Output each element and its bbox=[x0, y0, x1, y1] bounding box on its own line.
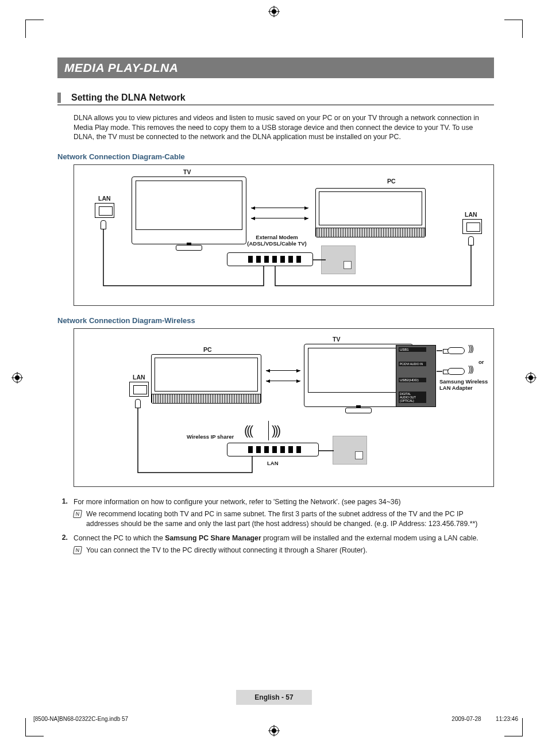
port-label: PC/DVI AUDIO IN bbox=[399, 362, 426, 366]
lan-label: LAN bbox=[133, 374, 145, 381]
wireless-waves-icon: ))) bbox=[468, 344, 473, 353]
antenna-icon bbox=[268, 421, 269, 440]
tv-label: TV bbox=[333, 336, 340, 343]
pc-label: PC bbox=[387, 178, 396, 185]
wireless-waves-icon: ))) bbox=[272, 423, 279, 438]
crop-mark bbox=[25, 20, 44, 20]
lan-port-icon bbox=[462, 219, 482, 234]
cable-stub-icon bbox=[468, 236, 474, 245]
crop-mark bbox=[25, 736, 44, 736]
section-title: Setting the DLNA Network bbox=[71, 93, 186, 103]
footer-filename: [8500-NA]BN68-02322C-Eng.indb 57 bbox=[33, 716, 128, 722]
step-number: 1. bbox=[57, 497, 74, 529]
note-text: We recommend locating both TV and PC in … bbox=[86, 509, 494, 529]
lan-port-icon bbox=[95, 203, 114, 218]
tv-device-icon bbox=[132, 176, 246, 244]
heading-accent-bar bbox=[57, 93, 61, 103]
modem-label: External Modem (ADSL/VDSL/Cable TV) bbox=[234, 234, 320, 247]
lan-label-left: LAN bbox=[98, 195, 111, 202]
list-item: 1. For more information on how to config… bbox=[57, 497, 494, 529]
registration-mark-icon bbox=[268, 725, 280, 736]
note-icon: N bbox=[73, 510, 82, 518]
wireless-waves-icon: ))) bbox=[468, 364, 473, 374]
usb-dongle-icon bbox=[447, 347, 465, 354]
or-label: or bbox=[478, 359, 484, 365]
arrow-bidir-icon bbox=[251, 218, 308, 218]
tv-back-panel-icon: USB1 PC/DVI AUDIO IN USB2(HDD) DIGITAL A… bbox=[396, 345, 436, 407]
crop-mark bbox=[504, 736, 523, 736]
page-footer: English - 57 bbox=[0, 689, 548, 706]
crop-mark bbox=[522, 718, 523, 736]
diagram-wireless: PC LAN TV USB1 PC/DVI AUDIO IN USB2(HDD)… bbox=[74, 328, 494, 487]
list-item: 2. Connect the PC to which the Samsung P… bbox=[57, 534, 494, 555]
wall-jack-icon bbox=[333, 436, 367, 465]
wireless-waves-icon: ((( bbox=[244, 423, 252, 438]
lan-label-bottom: LAN bbox=[267, 460, 279, 466]
lan-port-icon bbox=[129, 382, 149, 397]
port-label: USB2(HDD) bbox=[399, 378, 426, 382]
router-device-icon bbox=[227, 443, 319, 456]
diagram-cable: TV LAN PC LAN External Modem (ADSL/VDSL/… bbox=[74, 164, 494, 306]
section-heading: Setting the DLNA Network bbox=[57, 93, 494, 105]
pc-device-icon bbox=[315, 188, 426, 237]
step-text: For more information on how to configure… bbox=[74, 497, 494, 507]
lan-label-right: LAN bbox=[465, 211, 477, 218]
page-footer-label: English - 57 bbox=[236, 690, 311, 705]
footer-timestamp: 2009-07-28 11:23:46 bbox=[451, 716, 518, 722]
arrow-bidir-icon bbox=[251, 208, 308, 208]
crop-mark bbox=[522, 20, 523, 38]
page-banner: MEDIA PLAY-DLNA bbox=[57, 57, 494, 78]
pc-device-icon bbox=[151, 354, 261, 404]
crop-mark bbox=[25, 718, 26, 736]
sharer-label: Wireless IP sharer bbox=[187, 433, 234, 440]
note-text: You can connect the TV to the PC directl… bbox=[86, 546, 494, 555]
step-text: Connect the PC to which the Samsung PC S… bbox=[74, 534, 494, 543]
registration-mark-icon bbox=[11, 372, 23, 383]
registration-mark-icon bbox=[268, 6, 280, 17]
intro-paragraph: DLNA allows you to view pictures and vid… bbox=[74, 113, 494, 142]
crop-mark bbox=[504, 20, 523, 20]
diagram-heading-wireless: Network Connection Diagram-Wireless bbox=[57, 316, 494, 325]
note-icon: N bbox=[73, 546, 82, 554]
cable-stub-icon bbox=[101, 220, 106, 229]
port-label: DIGITAL AUDIO OUT (OPTICAL) bbox=[399, 392, 426, 403]
port-label: USB1 bbox=[399, 347, 426, 352]
tv-label: TV bbox=[183, 168, 191, 175]
adapter-label: Samsung Wireless LAN Adapter bbox=[439, 378, 496, 391]
modem-device-icon bbox=[227, 252, 313, 266]
cable-stub-icon bbox=[135, 399, 141, 408]
crop-mark bbox=[25, 20, 26, 38]
registration-mark-icon bbox=[525, 372, 537, 383]
steps-list: 1. For more information on how to config… bbox=[57, 497, 494, 555]
diagram-heading-cable: Network Connection Diagram-Cable bbox=[57, 152, 494, 161]
pc-label: PC bbox=[203, 346, 212, 353]
usb-dongle-icon bbox=[447, 368, 465, 375]
step-number: 2. bbox=[57, 534, 74, 555]
wall-jack-icon bbox=[321, 245, 356, 274]
arrow-bidir-icon bbox=[266, 370, 300, 371]
arrow-bidir-icon bbox=[266, 381, 300, 381]
